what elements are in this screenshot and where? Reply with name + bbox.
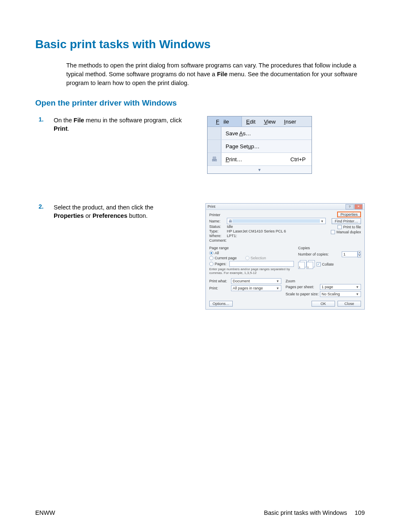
menu-edit[interactable]: Edit	[242, 119, 260, 125]
collate-icon: 21 21	[298, 260, 313, 269]
step-frag: or	[84, 212, 93, 219]
dropdown-value: No Scaling	[322, 292, 355, 296]
checkbox-label: Collate	[322, 262, 334, 266]
type-label: Type:	[209, 229, 227, 233]
dialog-title: Print	[208, 204, 216, 209]
step-bold: Print	[54, 125, 68, 132]
chevron-down-icon: ▾	[355, 285, 359, 289]
options-button[interactable]: Options…	[209, 301, 233, 307]
checkbox-label: Manual duplex	[336, 230, 361, 234]
dialog-titlebar: Print ? ✕	[206, 204, 364, 210]
chevron-down-icon[interactable]: ▾	[320, 219, 324, 223]
where-label: Where:	[209, 234, 227, 238]
step-bold: Properties	[54, 212, 84, 219]
menu-icon-placeholder	[208, 140, 221, 152]
menu-view[interactable]: View	[260, 119, 280, 125]
type-value: HP LaserJet CM1410 Series PCL 6	[227, 229, 286, 233]
scale-label: Scale to paper size:	[286, 292, 320, 296]
find-printer-button[interactable]: Find Printer…	[332, 218, 361, 224]
pages-input[interactable]	[229, 261, 294, 267]
checkbox-label: Print to file	[343, 225, 361, 229]
step-row: 2. Select the product, and then click th…	[35, 203, 365, 310]
pages-per-sheet-label: Pages per sheet:	[286, 285, 320, 289]
zoom-label: Zoom	[286, 279, 361, 283]
radio-label: Selection	[251, 256, 266, 260]
menu-bar: File Edit View Inser	[208, 116, 312, 127]
print-what-label: Print what:	[209, 279, 231, 283]
print-label: Print:	[209, 286, 231, 290]
radio-selection: Selection	[245, 256, 266, 260]
menu-file[interactable]: File	[208, 116, 242, 127]
menu-insert[interactable]: Inser	[280, 119, 300, 125]
print-to-file-checkbox[interactable]: Print to file	[338, 225, 361, 229]
print-what-dropdown[interactable]: Document▾	[231, 278, 281, 284]
radio-all[interactable]: All	[209, 251, 294, 255]
printer-name-dropdown[interactable]: 🖶 ▾	[227, 218, 326, 224]
collate-checkbox[interactable]: ✓Collate	[317, 262, 334, 266]
ok-button[interactable]: OK	[312, 301, 335, 307]
chevron-down-icon: ▾	[275, 279, 280, 283]
status-value: Idle	[227, 225, 233, 229]
radio-current-page[interactable]: Current page	[209, 256, 237, 260]
page-range-hint: Enter page numbers and/or page ranges se…	[209, 268, 294, 275]
page-title: Basic print tasks with Windows	[35, 38, 365, 51]
step-frag: menu in the software program, click	[84, 117, 182, 124]
menu-item-pagesetup[interactable]: Page Setup…	[208, 140, 312, 153]
print-dialog: Print ? ✕ Printer Name:	[205, 203, 365, 310]
menu-item-print[interactable]: 🖶 Print… Ctrl+P	[208, 153, 312, 166]
step-text: On the File menu in the software program…	[54, 116, 186, 133]
radio-label: Pages:	[215, 262, 226, 266]
step-frag: Select the product, and then click the	[54, 204, 153, 211]
page-range-label: Page range	[209, 246, 294, 250]
num-copies-label: Number of copies:	[298, 252, 342, 256]
step-text: Select the product, and then click the P…	[54, 203, 184, 220]
page-number: 109	[355, 509, 365, 516]
footer-section: Basic print tasks with Windows	[264, 509, 347, 516]
chevron-down-icon: ▾	[355, 292, 359, 296]
step-frag: .	[68, 125, 69, 132]
print-dropdown[interactable]: All pages in range▾	[231, 285, 281, 291]
intro-bold-file: File	[217, 71, 227, 77]
name-label: Name:	[209, 219, 227, 223]
close-button[interactable]: Close	[338, 301, 361, 307]
status-label: Status:	[209, 225, 227, 229]
page-footer: ENWW Basic print tasks with Windows 109	[35, 509, 365, 516]
menu-icon-placeholder	[208, 127, 221, 139]
step-bold: File	[74, 117, 84, 124]
step-number: 2.	[35, 203, 44, 220]
dropdown-value: 1 page	[322, 285, 355, 289]
num-copies-value: 1	[343, 252, 345, 256]
chevron-down-icon: ▾	[275, 286, 280, 290]
scale-dropdown[interactable]: No Scaling▾	[320, 291, 361, 297]
dropdown-value: Document	[233, 279, 275, 283]
num-copies-input[interactable]: 1	[342, 251, 358, 257]
menu-item-saveas[interactable]: Save As…	[208, 127, 312, 140]
menu-screenshot: File Edit View Inser Save As… Page Setup…	[207, 116, 312, 174]
radio-label: All	[215, 251, 219, 255]
menu-shortcut: Ctrl+P	[291, 153, 312, 165]
step-number: 1.	[35, 116, 44, 133]
where-value: LPT1:	[227, 234, 237, 238]
printer-section-label: Printer	[209, 213, 327, 217]
comment-label: Comment:	[209, 238, 227, 243]
printer-icon: 🖶	[229, 219, 232, 223]
printer-icon: 🖶	[208, 153, 221, 165]
step-bold: Preferences	[93, 212, 127, 219]
close-icon[interactable]: ✕	[354, 204, 363, 209]
dropdown-value: All pages in range	[233, 286, 275, 290]
pages-per-sheet-dropdown[interactable]: 1 page▾	[320, 284, 361, 290]
step-frag: On the	[54, 117, 74, 124]
footer-left: ENWW	[35, 509, 55, 516]
printer-name-redacted	[232, 219, 320, 223]
radio-pages[interactable]: Pages:	[209, 261, 294, 267]
help-icon[interactable]: ?	[345, 204, 354, 209]
copies-label: Copies	[298, 246, 361, 250]
properties-button[interactable]: Properties	[337, 212, 361, 217]
section-subtitle: Open the printer driver with Windows	[35, 98, 365, 108]
num-copies-spinner[interactable]: ▴▾	[358, 251, 361, 258]
manual-duplex-checkbox[interactable]: Manual duplex	[331, 230, 361, 234]
radio-label: Current page	[215, 256, 237, 260]
menu-expand-chevron-icon[interactable]: ▾	[208, 166, 312, 173]
step-row: 1. On the File menu in the software prog…	[35, 116, 365, 174]
intro-paragraph: The methods to open the print dialog fro…	[66, 61, 365, 88]
